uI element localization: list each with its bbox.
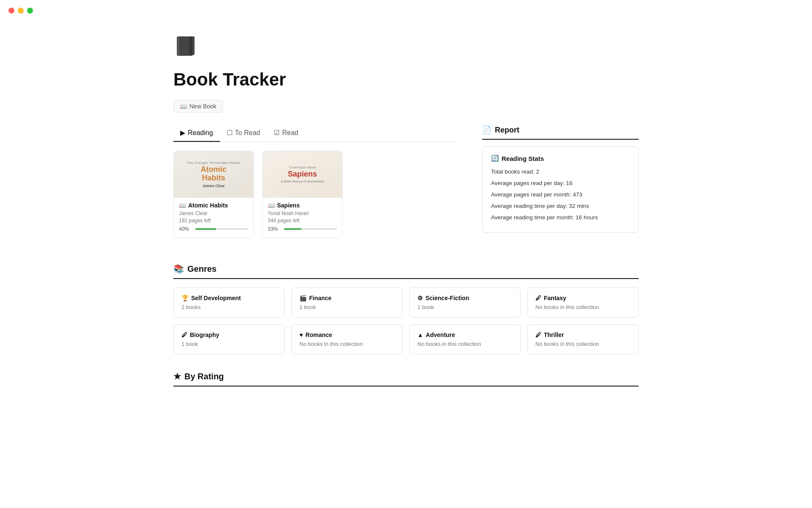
genre-card-science-fiction[interactable]: ⚙ Science-Fiction 1 book bbox=[409, 287, 521, 318]
genre-card-romance[interactable]: ♥ Romance No books in this collection bbox=[291, 324, 403, 354]
tabs-container: ▶ Reading ☐ To Read ☑ Read bbox=[173, 125, 457, 142]
stat-total-books: Total books read: 2 bbox=[491, 168, 630, 176]
adventure-count: No books in this collection bbox=[417, 341, 513, 347]
genre-name-biography: 🖊 Biography bbox=[181, 331, 277, 338]
genres-icon: 📚 bbox=[173, 264, 184, 274]
stat-time-per-day: Average reading time per day: 32 mins bbox=[491, 202, 630, 210]
atomic-habits-progress-fill bbox=[195, 228, 216, 230]
thriller-icon: 🖊 bbox=[535, 331, 541, 338]
atomic-habits-pages: 192 pages left bbox=[179, 218, 248, 224]
stat-time-per-month: Average reading time per month: 16 hours bbox=[491, 214, 630, 222]
traffic-lights bbox=[0, 0, 41, 21]
genre-card-thriller[interactable]: 🖊 Thriller No books in this collection bbox=[527, 324, 639, 354]
biography-icon: 🖊 bbox=[181, 331, 187, 338]
book-icon-atomic: 📖 bbox=[179, 202, 186, 209]
sapiens-pages: 344 pages left bbox=[268, 218, 337, 224]
self-dev-count: 2 books bbox=[181, 304, 277, 310]
read-tab-icon: ☑ bbox=[274, 129, 280, 137]
genre-name-romance: ♥ Romance bbox=[299, 331, 395, 338]
genre-card-finance[interactable]: 🎬 Finance 1 book bbox=[291, 287, 403, 318]
genres-section: 📚 Genres 🏆 Self Development 2 books 🎬 Fi… bbox=[173, 264, 639, 354]
read-tab-label: Read bbox=[282, 129, 298, 137]
genre-name-adventure: ▲ Adventure bbox=[417, 331, 513, 338]
reading-tab-icon: ▶ bbox=[180, 129, 185, 137]
genres-section-title: 📚 Genres bbox=[173, 264, 639, 279]
genre-card-adventure[interactable]: ▲ Adventure No books in this collection bbox=[409, 324, 521, 354]
stats-title: 🔄 Reading Stats bbox=[491, 155, 630, 162]
page-title: Book Tracker bbox=[173, 69, 639, 90]
atomic-habits-title: Atomic Habits bbox=[188, 202, 228, 209]
sapiens-progress-bar bbox=[284, 228, 337, 230]
books-panel: ▶ Reading ☐ To Read ☑ Read bbox=[173, 125, 457, 238]
tab-read[interactable]: ☑ Read bbox=[267, 125, 305, 142]
genre-card-fantasy[interactable]: 🖊 Fantasy No books in this collection bbox=[527, 287, 639, 318]
book-card-sapiens[interactable]: Yuval Noah Harari Sapiens A Brief Histor… bbox=[262, 151, 343, 238]
sapiens-progress-row: 33% bbox=[268, 226, 337, 232]
genre-card-biography[interactable]: 🖊 Biography 1 book bbox=[173, 324, 285, 354]
book-icon-sapiens: 📖 bbox=[268, 202, 275, 209]
sapiens-title: Sapiens bbox=[277, 202, 300, 209]
main-content: Book Tracker 📖 New Book ▶ Reading ☐ To R… bbox=[131, 0, 681, 429]
finance-count: 1 book bbox=[299, 304, 395, 310]
sapiens-progress-fill bbox=[284, 228, 302, 230]
stat-pages-per-day: Average pages read per day: 16 bbox=[491, 179, 630, 188]
sapiens-cover-text: Yuval Noah Harari Sapiens A Brief Histor… bbox=[277, 162, 327, 187]
sapiens-info: 📖 Sapiens Yuval Noah Harari 344 pages le… bbox=[263, 198, 342, 232]
by-rating-title: ★ By Rating bbox=[173, 371, 639, 387]
svg-rect-2 bbox=[189, 36, 192, 55]
report-panel: 📄 Report 🔄 Reading Stats Total books rea… bbox=[482, 125, 639, 233]
atomic-habits-cover-text: Tiny Changes, Remarkable Results Atomic … bbox=[184, 157, 244, 192]
sapiens-progress-pct: 33% bbox=[268, 226, 281, 232]
close-button[interactable] bbox=[8, 8, 14, 14]
fantasy-icon: 🖊 bbox=[535, 295, 541, 301]
self-dev-icon: 🏆 bbox=[181, 295, 189, 301]
book-cover-atomic-habits: Tiny Changes, Remarkable Results Atomic … bbox=[174, 151, 253, 198]
genre-name-science-fiction: ⚙ Science-Fiction bbox=[417, 295, 513, 301]
thriller-count: No books in this collection bbox=[535, 341, 631, 347]
fantasy-count: No books in this collection bbox=[535, 304, 631, 310]
book-card-atomic-habits[interactable]: Tiny Changes, Remarkable Results Atomic … bbox=[173, 151, 254, 238]
genre-name-finance: 🎬 Finance bbox=[299, 295, 395, 301]
minimize-button[interactable] bbox=[18, 8, 24, 14]
to-read-tab-icon: ☐ bbox=[227, 129, 233, 137]
genre-name-self-development: 🏆 Self Development bbox=[181, 295, 277, 301]
tab-to-read[interactable]: ☐ To Read bbox=[220, 125, 267, 142]
book-icon: 📖 bbox=[180, 103, 187, 110]
atomic-cover-tagline: Tiny Changes, Remarkable Results bbox=[187, 161, 240, 165]
genre-card-self-development[interactable]: 🏆 Self Development 2 books bbox=[173, 287, 285, 318]
sci-fi-count: 1 book bbox=[417, 304, 513, 310]
finance-icon: 🎬 bbox=[299, 295, 307, 301]
atomic-cover-author: James Clear bbox=[187, 184, 240, 188]
books-grid: Tiny Changes, Remarkable Results Atomic … bbox=[173, 151, 457, 238]
book-cover-sapiens: Yuval Noah Harari Sapiens A Brief Histor… bbox=[263, 151, 342, 198]
sapiens-author: Yuval Noah Harari bbox=[268, 210, 337, 216]
star-icon: ★ bbox=[173, 371, 181, 381]
atomic-cover-title-1: Atomic bbox=[187, 166, 240, 174]
romance-icon: ♥ bbox=[299, 331, 303, 338]
romance-count: No books in this collection bbox=[299, 341, 395, 347]
to-read-tab-label: To Read bbox=[235, 129, 261, 137]
reading-tab-label: Reading bbox=[188, 129, 213, 137]
genre-name-fantasy: 🖊 Fantasy bbox=[535, 295, 631, 301]
genres-grid: 🏆 Self Development 2 books 🎬 Finance 1 b… bbox=[173, 287, 639, 354]
atomic-cover-title-2: Habits bbox=[187, 174, 240, 182]
atomic-habits-info: 📖 Atomic Habits James Clear 192 pages le… bbox=[174, 198, 253, 232]
report-icon: 📄 bbox=[482, 125, 491, 135]
tab-divider bbox=[173, 142, 457, 142]
atomic-habits-author: James Clear bbox=[179, 210, 248, 216]
sapiens-title-row: 📖 Sapiens bbox=[268, 202, 337, 209]
genre-name-thriller: 🖊 Thriller bbox=[535, 331, 631, 338]
svg-rect-1 bbox=[179, 36, 195, 55]
maximize-button[interactable] bbox=[27, 8, 33, 14]
new-book-button[interactable]: 📖 New Book bbox=[173, 100, 223, 113]
adventure-icon: ▲ bbox=[417, 331, 423, 338]
sapiens-cover-title: Sapiens bbox=[281, 170, 324, 179]
sapiens-cover-author-top: Yuval Noah Harari bbox=[281, 166, 324, 169]
atomic-habits-progress-pct: 40% bbox=[179, 226, 192, 232]
sci-fi-icon: ⚙ bbox=[417, 295, 423, 301]
biography-count: 1 book bbox=[181, 341, 277, 347]
report-title: 📄 Report bbox=[482, 125, 639, 140]
tab-reading[interactable]: ▶ Reading bbox=[173, 125, 220, 142]
app-icon bbox=[173, 34, 639, 61]
atomic-habits-progress-bar bbox=[195, 228, 248, 230]
